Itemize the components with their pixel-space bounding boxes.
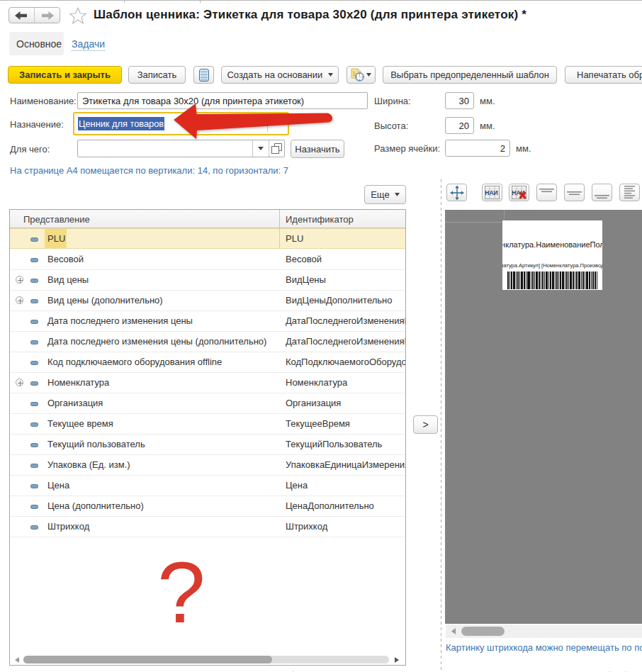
svg-text:НАИ: НАИ: [485, 189, 498, 196]
